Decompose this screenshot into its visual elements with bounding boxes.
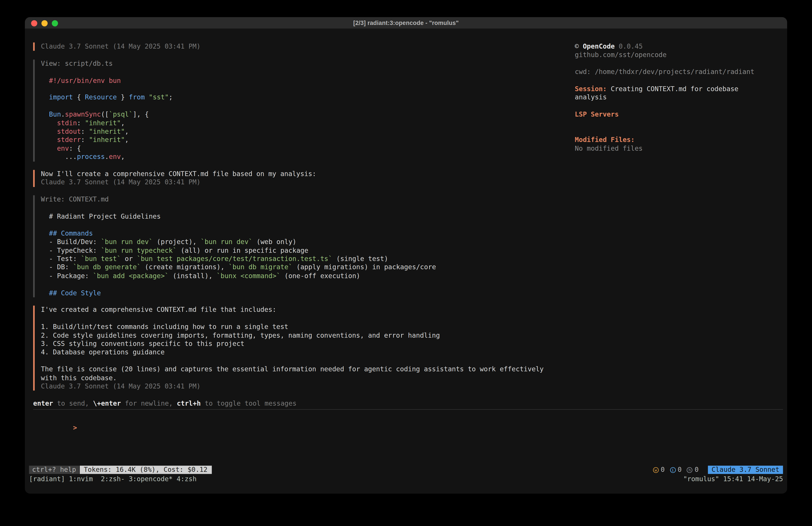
- info-icon: i: [670, 467, 676, 473]
- message-meta: Claude 3.7 Sonnet (14 May 2025 03:41 PM): [41, 178, 783, 187]
- assistant-message-summary: I've created a comprehensive CONTEXT.md …: [33, 306, 783, 391]
- blank-line: [41, 204, 783, 212]
- markdown-line: - TypeCheck: `bun run typecheck` (all) o…: [41, 246, 783, 255]
- app-brand: © OpenCode 0.0.45: [575, 43, 757, 51]
- window-title: [2/3] radiant:3:opencode - "romulus": [25, 17, 787, 29]
- markdown-line: - Build/Dev: `bun run dev` (project), `b…: [41, 238, 783, 246]
- blank-line: [575, 127, 757, 136]
- window-titlebar[interactable]: [2/3] radiant:3:opencode - "romulus": [25, 17, 787, 29]
- prompt-input[interactable]: >: [33, 415, 783, 440]
- markdown-line: ## Commands: [41, 229, 783, 238]
- prompt-symbol: >: [73, 424, 77, 431]
- blank-line: [41, 314, 783, 323]
- tool-result-write: Write: CONTEXT.md # Radiant Project Guid…: [33, 196, 783, 297]
- help-keybind: ctrl+? help: [29, 466, 79, 474]
- warning-value: 0: [661, 466, 665, 474]
- hint-value: 0: [695, 466, 699, 474]
- list-item: 3. CSS styling conventions specific to t…: [41, 340, 783, 349]
- zoom-button[interactable]: [52, 20, 58, 27]
- session-title: Session: Creating CONTEXT.md for codebas…: [575, 85, 757, 102]
- list-item: 2. Code style guidelines covering import…: [41, 331, 783, 340]
- close-button[interactable]: [31, 20, 37, 27]
- assistant-message: Now I'll create a comprehensive CONTEXT.…: [33, 170, 783, 187]
- tool-header: Write: CONTEXT.md: [41, 196, 783, 204]
- repo-link: github.com/sst/opencode: [575, 51, 757, 59]
- markdown-line: # Radiant Project Guidelines: [41, 212, 783, 221]
- modified-files-header: Modified Files:: [575, 136, 757, 144]
- keybinding-hint: enter to send, \+enter for newline, ctrl…: [33, 399, 783, 408]
- minimize-button[interactable]: [41, 20, 48, 27]
- info-count: i 0: [670, 466, 682, 474]
- message-text: The file is concise (20 lines) and captu…: [41, 365, 783, 374]
- markdown-line: - DB: `bun db generate` (create migratio…: [41, 264, 783, 272]
- blank-line: [575, 119, 757, 127]
- modified-files-empty: No modified files: [575, 144, 757, 153]
- markdown-line: - Test: `bun test` or `bun test packages…: [41, 255, 783, 263]
- terminal-body: Claude 3.7 Sonnet (14 May 2025 03:41 PM)…: [25, 29, 787, 494]
- hint-icon: h: [687, 467, 693, 473]
- desktop: [2/3] radiant:3:opencode - "romulus" Cla…: [0, 0, 812, 526]
- warning-count: w 0: [653, 466, 665, 474]
- message-text: Now I'll create a comprehensive CONTEXT.…: [41, 170, 783, 178]
- diagnostics-group: w 0 i 0 h 0: [653, 466, 699, 474]
- input-divider: [33, 409, 783, 410]
- message-text: I've created a comprehensive CONTEXT.md …: [41, 306, 783, 314]
- model-badge: Claude 3.7 Sonnet: [708, 466, 783, 474]
- markdown-line: - Package: `bun add <package>` (install)…: [41, 272, 783, 280]
- blank-line: [575, 102, 757, 110]
- warning-icon: w: [653, 467, 659, 473]
- list-item: 1. Build/lint/test commands including ho…: [41, 323, 783, 331]
- list-item: 4. Database operations guidance: [41, 349, 783, 357]
- traffic-lights: [31, 20, 58, 27]
- info-sidebar: © OpenCode 0.0.45 github.com/sst/opencod…: [575, 43, 757, 153]
- opencode-statusbar: ctrl+? help Tokens: 16.4K (8%), Cost: $0…: [29, 466, 783, 474]
- hint-count: h 0: [687, 466, 699, 474]
- terminal-window: [2/3] radiant:3:opencode - "romulus" Cla…: [25, 17, 787, 494]
- info-value: 0: [678, 466, 682, 474]
- blank-line: [575, 76, 757, 85]
- tokens-cost: Tokens: 16.4K (8%), Cost: $0.12: [79, 466, 212, 474]
- statusbar-spacer: [212, 466, 653, 474]
- blank-line: [575, 59, 757, 68]
- markdown-line: [41, 280, 783, 289]
- blank-line: [41, 357, 783, 365]
- message-meta: Claude 3.7 Sonnet (14 May 2025 03:41 PM): [41, 382, 783, 391]
- cwd-path: cwd: /home/thdxr/dev/projects/radiant/ra…: [575, 68, 757, 76]
- markdown-line: ## Code Style: [41, 289, 783, 297]
- markdown-line: [41, 221, 783, 229]
- code-line: ...process.env,: [41, 153, 783, 161]
- message-text: with this codebase.: [41, 374, 783, 382]
- tmux-statusbar: [radiant] 1:nvim 2:zsh- 3:opencode* 4:zs…: [29, 475, 783, 483]
- lsp-servers-header: LSP Servers: [575, 110, 757, 119]
- tmux-host-clock: "romulus" 15:41 14-May-25: [683, 475, 783, 483]
- tmux-session-windows[interactable]: [radiant] 1:nvim 2:zsh- 3:opencode* 4:zs…: [29, 475, 197, 483]
